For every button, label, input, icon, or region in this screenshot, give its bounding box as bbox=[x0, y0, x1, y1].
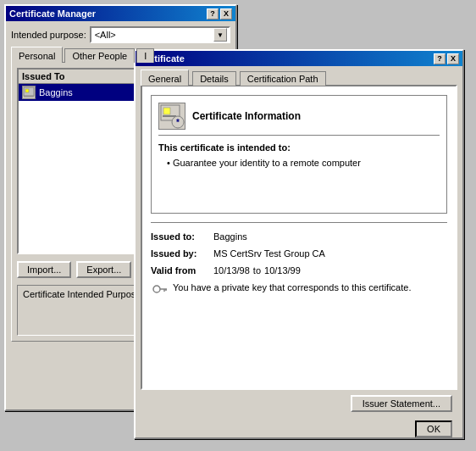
svg-point-8 bbox=[153, 286, 160, 292]
ok-button[interactable]: OK bbox=[415, 420, 452, 437]
cert-dialog-window: Certificate ? X General Details Certific… bbox=[134, 49, 464, 439]
cert-manager-title-bar: Certificate Manager ? X bbox=[6, 6, 235, 21]
cert-small-icon bbox=[22, 86, 36, 99]
cert-info-title: Certificate Information bbox=[192, 110, 301, 122]
cert-dialog-title-buttons: ? X bbox=[434, 53, 459, 64]
intended-purpose-label: Intended purpose: bbox=[11, 30, 86, 40]
cert-item-name: Baggins bbox=[39, 87, 73, 97]
svg-rect-1 bbox=[25, 89, 29, 92]
cert-bullet-0: • Guarantee your identity to a remote co… bbox=[167, 158, 440, 168]
status-group-label: Certificate Intended Purpos bbox=[21, 289, 137, 299]
issued-by-label: Issued by: bbox=[151, 248, 210, 259]
tab-intermediate[interactable]: I bbox=[136, 48, 154, 63]
import-button[interactable]: Import... bbox=[17, 261, 71, 278]
intended-purpose-select[interactable]: <All> ▼ bbox=[90, 26, 230, 43]
cert-intended-label: This certificate is intended to: bbox=[158, 142, 440, 153]
cert-details: Issued to: Baggins Issued by: MS CertSrv… bbox=[151, 222, 447, 299]
issued-to-label: Issued to: bbox=[151, 231, 210, 242]
cert-dialog-close-btn[interactable]: X bbox=[447, 53, 459, 64]
cert-dialog-body: General Details Certification Path * bbox=[136, 66, 462, 446]
private-key-row: You have a private key that corresponds … bbox=[151, 282, 447, 299]
select-arrow-icon[interactable]: ▼ bbox=[213, 28, 227, 42]
intended-purpose-row: Intended purpose: <All> ▼ bbox=[11, 26, 230, 43]
cert-dialog-footer: Issuer Statement... bbox=[141, 390, 457, 417]
tab-personal[interactable]: Personal bbox=[11, 47, 63, 63]
tab-general[interactable]: General bbox=[141, 70, 189, 86]
issued-to-row: Issued to: Baggins bbox=[151, 231, 447, 242]
private-key-text: You have a private key that corresponds … bbox=[173, 282, 411, 292]
cert-ok-row: OK bbox=[141, 417, 457, 441]
cert-manager-tabs: Personal Other People I bbox=[11, 48, 230, 63]
export-button[interactable]: Export... bbox=[76, 261, 131, 278]
intended-purpose-value: <All> bbox=[95, 30, 116, 40]
issued-by-value: MS CertSrv Test Group CA bbox=[213, 248, 325, 259]
tab-certification-path[interactable]: Certification Path bbox=[240, 71, 326, 86]
bullet-char: • bbox=[167, 158, 170, 168]
cert-manager-title: Certificate Manager bbox=[9, 8, 96, 19]
issued-to-value: Baggins bbox=[213, 231, 247, 242]
cert-manager-help-btn[interactable]: ? bbox=[207, 8, 219, 19]
cert-bullet-text-0: Guarantee your identity to a remote comp… bbox=[173, 158, 361, 168]
cert-dialog-tab-content: * Certificate Information This certifica… bbox=[141, 85, 457, 390]
svg-rect-4 bbox=[163, 108, 170, 114]
cert-info-header: * Certificate Information bbox=[158, 103, 440, 136]
valid-to-value: 10/13/99 bbox=[264, 265, 301, 276]
issuer-statement-button[interactable]: Issuer Statement... bbox=[351, 395, 452, 412]
svg-rect-5 bbox=[163, 115, 176, 117]
cert-large-icon: * bbox=[158, 103, 185, 130]
cert-dialog-tabs: General Details Certification Path bbox=[141, 71, 457, 86]
cert-info-box: * Certificate Information This certifica… bbox=[151, 95, 447, 214]
cert-manager-title-buttons: ? X bbox=[207, 8, 232, 19]
tab-other-people[interactable]: Other People bbox=[64, 48, 135, 63]
cert-manager-close-btn[interactable]: X bbox=[220, 8, 232, 19]
key-icon bbox=[151, 282, 168, 299]
valid-from-value: 10/13/98 bbox=[213, 265, 250, 276]
valid-from-label: Valid from bbox=[151, 265, 210, 276]
valid-date-row: Valid from 10/13/98 to 10/13/99 bbox=[151, 265, 447, 276]
cert-dialog-help-btn[interactable]: ? bbox=[434, 53, 446, 64]
valid-to-label: to bbox=[253, 265, 261, 276]
tab-details[interactable]: Details bbox=[192, 71, 236, 86]
svg-text:*: * bbox=[176, 118, 180, 127]
issued-by-row: Issued by: MS CertSrv Test Group CA bbox=[151, 248, 447, 259]
